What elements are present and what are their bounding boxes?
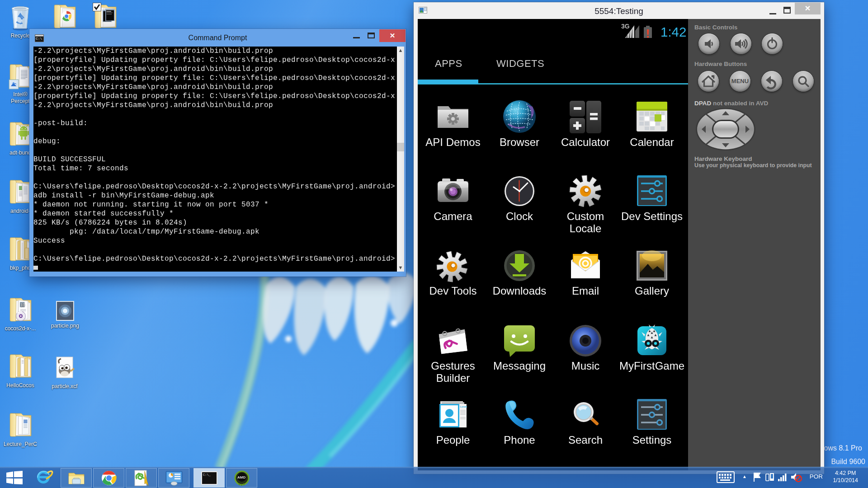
svg-text:Lorem: Lorem <box>460 405 467 408</box>
svg-text:3G: 3G <box>621 23 630 30</box>
svg-text:C:\: C:\ <box>36 37 42 41</box>
svg-text:AMD: AMD <box>237 475 245 479</box>
svg-text:10: 10 <box>21 303 25 307</box>
svg-text:C:\_: C:\_ <box>203 473 211 477</box>
